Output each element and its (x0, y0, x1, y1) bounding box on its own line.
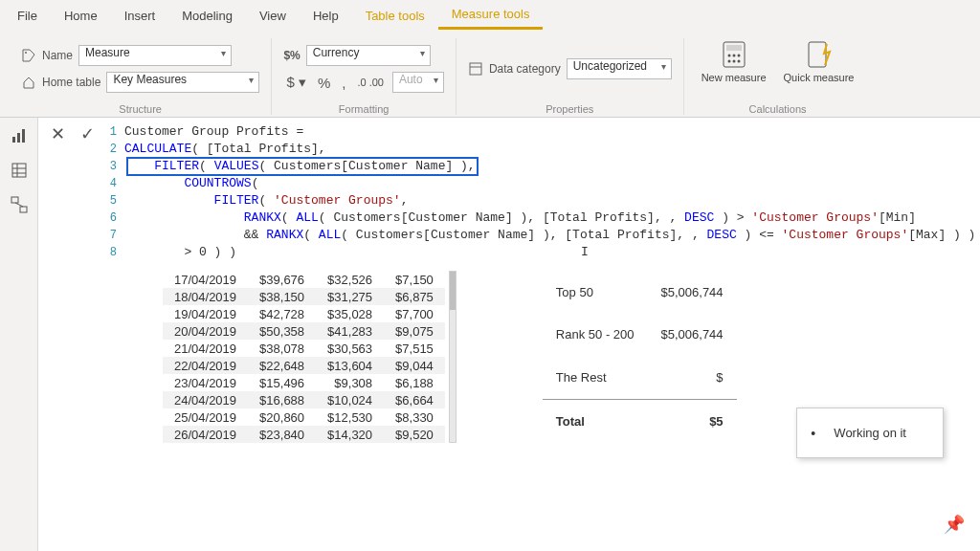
table-row[interactable]: 17/04/2019$39,676$32,526$7,150 (163, 271, 445, 288)
tab-view[interactable]: View (246, 3, 300, 29)
currency-symbol-button[interactable]: $ ▾ (283, 73, 309, 92)
view-rail (0, 118, 38, 551)
svg-rect-1 (470, 63, 481, 75)
structure-caption: Structure (119, 99, 162, 115)
svg-point-9 (732, 60, 735, 63)
datacategory-dropdown[interactable]: Uncategorized (567, 58, 672, 79)
model-view-icon[interactable] (9, 194, 30, 215)
new-measure-label: New measure (702, 72, 767, 83)
table-row[interactable]: 24/04/2019$16,688$10,024$6,664 (163, 391, 445, 408)
tab-modeling[interactable]: Modeling (168, 3, 246, 29)
formatting-caption: Formatting (339, 99, 390, 115)
ribbon-group-properties: Data category Uncategorized Properties (457, 38, 684, 115)
table-row[interactable]: 26/04/2019$23,840$14,320$9,520 (163, 426, 445, 443)
ribbon-group-calculations: New measure Quick measure Calculations (684, 38, 872, 115)
calculations-caption: Calculations (749, 99, 807, 115)
svg-point-8 (727, 60, 730, 63)
svg-rect-12 (12, 137, 15, 143)
tab-home[interactable]: Home (51, 3, 111, 29)
quick-measure-label: Quick measure (784, 72, 855, 83)
svg-rect-4 (726, 45, 742, 51)
table-row[interactable]: 23/04/2019$15,496$9,308$6,188 (163, 374, 445, 391)
working-tooltip: Working on it (796, 408, 944, 458)
table-row[interactable]: 25/04/2019$20,860$12,530$8,330 (163, 408, 445, 426)
thousands-button[interactable]: , (339, 74, 348, 92)
svg-rect-13 (17, 133, 20, 143)
home-icon (21, 75, 36, 90)
formula-bar: ✕ ✓ 1Customer Group Profits = 2CALCULATE… (38, 118, 980, 265)
svg-line-21 (15, 203, 23, 207)
decimal-button[interactable]: .0 .00 (354, 76, 387, 89)
format-icon: $% (283, 49, 300, 62)
formula-cancel-button[interactable]: ✕ (48, 123, 68, 144)
table-row[interactable]: 19/04/2019$42,728$35,028$7,700 (163, 305, 445, 322)
table-row[interactable]: 20/04/2019$50,358$41,283$9,075 (163, 322, 445, 340)
data-view-icon[interactable] (9, 160, 30, 181)
svg-point-6 (732, 55, 735, 57)
datacategory-label: Data category (489, 62, 561, 76)
ribbon-tabs: File Home Insert Modeling View Help Tabl… (0, 0, 980, 31)
report-view-icon[interactable] (9, 125, 30, 146)
svg-rect-19 (11, 197, 18, 203)
tab-tabletools[interactable]: Table tools (352, 3, 438, 29)
hometable-dropdown[interactable]: Key Measures (106, 72, 259, 93)
quick-measure-icon (805, 40, 834, 69)
tag-icon (21, 48, 36, 63)
quick-measure-button[interactable]: Quick measure (778, 38, 860, 85)
pin-icon: 📌 (944, 514, 965, 535)
table-scrollbar[interactable] (449, 271, 457, 443)
category-icon (468, 61, 483, 77)
svg-point-7 (737, 55, 740, 57)
format-dropdown[interactable]: Currency (306, 45, 431, 66)
tab-measuretools[interactable]: Measure tools (438, 1, 544, 30)
new-measure-button[interactable]: New measure (696, 38, 772, 85)
tab-file[interactable]: File (4, 3, 51, 29)
svg-point-10 (737, 60, 740, 63)
tooltip-text: Working on it (834, 426, 906, 440)
name-label: Name (42, 49, 73, 62)
measure-name-input[interactable]: Measure (78, 45, 232, 66)
ribbon-group-formatting: $% Currency $ ▾ % , .0 .00 Auto Formatti… (272, 38, 457, 115)
decimals-input[interactable]: Auto (392, 72, 444, 93)
table-row[interactable]: 18/04/2019$38,150$31,275$6,875 (163, 288, 445, 305)
percent-button[interactable]: % (315, 74, 333, 92)
svg-point-0 (25, 52, 27, 54)
formula-commit-button[interactable]: ✓ (78, 123, 98, 144)
svg-point-5 (727, 55, 730, 57)
dax-editor[interactable]: 1Customer Group Profits = 2CALCULATE( [T… (107, 123, 975, 261)
properties-caption: Properties (546, 99, 593, 115)
svg-rect-20 (20, 207, 27, 212)
date-values-table[interactable]: 17/04/2019$39,676$32,526$7,15018/04/2019… (163, 271, 445, 443)
tab-help[interactable]: Help (300, 3, 352, 29)
calculator-icon (720, 40, 748, 69)
table-row[interactable]: 22/04/2019$22,648$13,604$9,044 (163, 357, 445, 374)
ribbon-group-structure: Name Measure Home table Key Measures Str… (10, 38, 272, 115)
summary-table[interactable]: Top 50$5,006,744 Rank 50 - 200$5,006,744… (543, 271, 737, 443)
tab-insert[interactable]: Insert (111, 3, 169, 29)
svg-rect-14 (22, 129, 25, 143)
svg-rect-15 (12, 164, 26, 177)
table-row[interactable]: 21/04/2019$38,078$30,563$7,515 (163, 340, 445, 357)
hometable-label: Home table (42, 76, 100, 89)
